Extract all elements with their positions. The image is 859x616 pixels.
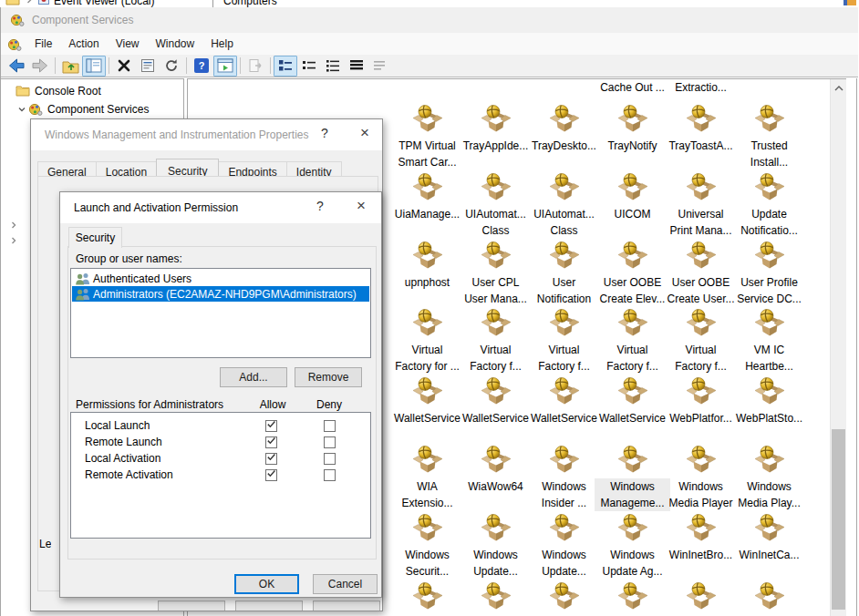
user-list-item[interactable]: Administrators (EC2AMAZ-NHD9PGM\Administ… [72, 286, 369, 302]
dcom-component-item[interactable]: Update Notificatio... [735, 171, 803, 205]
dcom-component-item[interactable] [393, 580, 461, 614]
dcom-component-item[interactable] [667, 580, 735, 614]
add-button[interactable]: Add... [220, 367, 287, 387]
help-button[interactable]: ? [316, 126, 333, 140]
chevron-down-icon[interactable] [16, 105, 28, 114]
dcom-component-item[interactable] [598, 580, 667, 614]
dcom-component-item[interactable]: Virtual Factory f... [461, 307, 530, 341]
dcom-component-item[interactable]: Virtual Factory f... [667, 307, 735, 341]
dcom-component-item[interactable]: WebPlatfor... [667, 375, 735, 409]
menu-help[interactable]: Help [202, 35, 242, 53]
dcom-component-item[interactable]: Windows Update... [461, 512, 530, 546]
dcom-component-item[interactable]: Windows Insider ... [530, 444, 598, 477]
dcom-component-item[interactable]: WinInetBro... [667, 512, 735, 546]
dcom-component-item[interactable]: Windows Manageme... [598, 444, 667, 477]
view-large-icons-button[interactable] [274, 56, 297, 77]
ok-button[interactable]: OK [234, 574, 299, 594]
cancel-button[interactable]: Cancel [313, 574, 378, 594]
allow-checkbox[interactable] [265, 436, 277, 448]
dcom-component-item[interactable]: Virtual Factory f... [598, 307, 667, 341]
menu-action[interactable]: Action [60, 35, 107, 53]
dcom-component-item[interactable]: TrayNotify [598, 103, 667, 137]
dcom-component-item[interactable]: TrayDeskto... [530, 103, 598, 137]
tab-security[interactable]: Security [68, 227, 122, 248]
dcom-component-item[interactable]: Windows Securit... [393, 512, 461, 546]
dcom-component-item[interactable]: User OOBE Create Elev... [598, 240, 667, 273]
help-button[interactable]: ? [312, 199, 328, 213]
properties-button[interactable] [136, 56, 160, 77]
deny-checkbox[interactable] [324, 420, 336, 432]
menu-window[interactable]: Window [148, 35, 203, 53]
dcom-component-item[interactable]: WiaWow64 [461, 444, 530, 477]
deny-checkbox[interactable] [324, 453, 336, 465]
dcom-component-item[interactable]: TrayAppIde... [461, 103, 530, 137]
scroll-up-button[interactable] [831, 79, 846, 95]
refresh-button[interactable] [160, 56, 183, 77]
view-details-button[interactable] [345, 56, 368, 77]
group-user-listbox[interactable]: Authenticated UsersAdministrators (EC2AM… [70, 268, 371, 358]
dcom-component-item[interactable] [461, 580, 530, 614]
dcom-component-item[interactable]: TPM Virtual Smart Car... [393, 103, 461, 137]
up-one-level-button[interactable] [58, 56, 82, 77]
dcom-component-item[interactable]: WalletService [530, 375, 598, 409]
dcom-component-item[interactable]: UICOM [598, 171, 667, 205]
view-list-button[interactable] [321, 56, 345, 77]
dcom-component-item[interactable]: Trusted Install... [735, 103, 803, 137]
dcom-component-item[interactable]: Windows Update... [530, 512, 598, 546]
forward-button[interactable] [28, 56, 52, 77]
remove-button[interactable]: Remove [295, 367, 362, 387]
allow-checkbox[interactable] [265, 420, 277, 432]
backdrop-event-viewer-label[interactable]: Event Viewer (Local) [54, 0, 155, 7]
close-button[interactable]: × [356, 124, 374, 142]
dcom-component-item[interactable] [530, 580, 598, 614]
show-window-button[interactable] [213, 56, 237, 77]
export-list-button[interactable] [243, 56, 267, 77]
dcom-component-item[interactable]: VM IC Heartbe... [735, 307, 803, 341]
user-list-item[interactable]: Authenticated Users [72, 271, 369, 286]
tree-collapsed-expander[interactable] [9, 220, 18, 232]
dcom-component-item[interactable]: Virtual Factory f... [530, 307, 598, 341]
dcom-component-item[interactable]: WalletService [461, 375, 530, 409]
dcom-component-item[interactable]: WalletService [598, 375, 667, 409]
dcom-component-item[interactable]: TrayToastA... [667, 103, 735, 137]
allow-checkbox[interactable] [265, 453, 277, 465]
properties-apply-button[interactable] [313, 601, 380, 611]
dcom-component-item[interactable]: Windows Media Player [667, 444, 735, 477]
delete-button[interactable] [112, 56, 136, 77]
close-button[interactable]: × [352, 197, 370, 215]
properties-cancel-button[interactable] [235, 601, 303, 611]
help-button[interactable]: ? [190, 56, 213, 77]
view-status-button[interactable] [368, 56, 392, 77]
scrollbar-thumb[interactable] [832, 429, 845, 610]
dcom-component-item[interactable]: UIAutomat... Class [530, 171, 598, 205]
back-button[interactable] [5, 56, 28, 77]
dcom-component-item[interactable]: WebPlatSto... [735, 375, 803, 409]
dcom-component-item[interactable]: Windows Update Ag... [598, 512, 667, 546]
dcom-component-item[interactable]: upnphost [393, 240, 461, 273]
dcom-component-item[interactable]: User Profile Service DC... [735, 240, 803, 273]
dcom-component-item[interactable]: UiaManage... [393, 171, 461, 205]
tree-item-console-root[interactable]: Console Root [3, 82, 101, 99]
dcom-component-item[interactable]: Universal Print Mana... [667, 171, 735, 205]
allow-checkbox[interactable] [265, 469, 277, 481]
view-small-icons-button[interactable] [297, 56, 321, 77]
dcom-component-item[interactable]: WIA Extensio... [393, 444, 461, 477]
properties-ok-button[interactable] [158, 601, 225, 611]
tree-collapsed-expander[interactable] [9, 235, 18, 248]
show-console-tree-button[interactable] [82, 56, 106, 77]
dcom-component-item[interactable]: User Notification [530, 240, 598, 273]
backdrop-computers-label[interactable]: Computers [223, 0, 277, 7]
menu-file[interactable]: File [26, 35, 60, 53]
dcom-component-item[interactable]: User CPL User Mana... [461, 240, 530, 273]
tree-item-component-services[interactable]: Component Services [16, 100, 149, 118]
dcom-component-item[interactable]: UIAutomat... Class [461, 171, 530, 205]
dcom-component-item[interactable] [735, 580, 803, 614]
dcom-component-item[interactable]: WinInetCa... [735, 512, 803, 546]
dcom-component-item[interactable]: User OOBE Create User... [667, 240, 735, 273]
menu-view[interactable]: View [108, 35, 148, 53]
vertical-scrollbar[interactable] [830, 79, 846, 616]
learn-more-link[interactable]: Le [39, 538, 51, 551]
dcom-component-item[interactable]: WalletService [393, 375, 461, 409]
dcom-component-item[interactable]: Virtual Factory for ... [393, 307, 461, 341]
dcom-component-item[interactable]: Windows Media Play... [735, 444, 803, 477]
